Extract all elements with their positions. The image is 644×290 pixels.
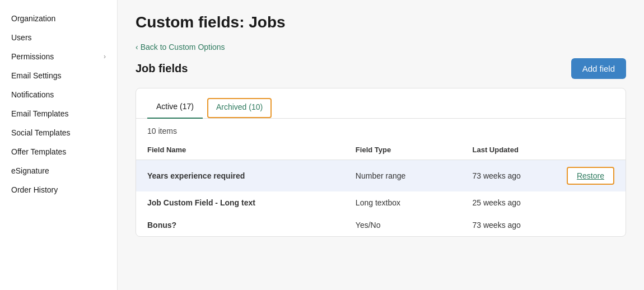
cell-field-type: Number range	[344, 160, 461, 192]
cell-action	[556, 214, 626, 236]
items-count: 10 items	[136, 119, 626, 140]
sidebar-item-label: Users	[11, 33, 32, 42]
table-body: Years experience required Number range 7…	[136, 160, 626, 237]
col-header-field-type: Field Type	[344, 140, 461, 160]
sidebar-item-label: Email Settings	[11, 71, 61, 80]
sidebar-item-label: Permissions	[11, 52, 54, 61]
tab-archived[interactable]: Archived (10)	[207, 98, 272, 118]
sidebar-item-label: Email Templates	[11, 109, 68, 118]
cell-action	[556, 191, 626, 214]
fields-table: Field Name Field Type Last Updated Years…	[136, 140, 626, 236]
sidebar-item-users[interactable]: Users	[0, 28, 117, 47]
main-content: Custom fields: Jobs ‹ Back to Custom Opt…	[118, 0, 644, 290]
page-title: Custom fields: Jobs	[136, 13, 626, 31]
tab-active[interactable]: Active (17)	[147, 97, 203, 119]
sidebar-item-notifications[interactable]: Notifications	[0, 85, 117, 104]
chevron-left-icon: ‹	[136, 43, 138, 52]
sidebar-item-label: Offer Templates	[11, 147, 66, 156]
col-header-action	[556, 140, 626, 160]
cell-field-type: Yes/No	[344, 214, 461, 236]
col-header-field-name: Field Name	[136, 140, 344, 160]
chevron-right-icon: ›	[104, 53, 106, 60]
cell-field-type: Long textbox	[344, 191, 461, 214]
cell-last-updated: 73 weeks ago	[461, 214, 555, 236]
add-field-button[interactable]: Add field	[571, 58, 626, 79]
sidebar-item-label: Notifications	[11, 90, 54, 99]
sidebar-item-esignature[interactable]: eSignature	[0, 161, 117, 180]
back-link[interactable]: ‹ Back to Custom Options	[136, 43, 225, 52]
sidebar-item-label: eSignature	[11, 166, 49, 175]
restore-button[interactable]: Restore	[567, 167, 614, 185]
cell-field-name: Years experience required	[136, 160, 344, 192]
table-row: Bonus? Yes/No 73 weeks ago	[136, 214, 626, 236]
cell-field-name: Bonus?	[136, 214, 344, 236]
tabs-row: Active (17) Archived (10)	[136, 88, 626, 119]
section-header: Job fields Add field	[136, 58, 626, 79]
content-card: Active (17) Archived (10) 10 items Field…	[136, 88, 626, 237]
section-title: Job fields	[136, 62, 188, 75]
col-header-last-updated: Last Updated	[461, 140, 555, 160]
sidebar-item-order-history[interactable]: Order History	[0, 180, 117, 199]
sidebar: Organization Users Permissions › Email S…	[0, 0, 118, 290]
cell-last-updated: 25 weeks ago	[461, 191, 555, 214]
sidebar-item-offer-templates[interactable]: Offer Templates	[0, 142, 117, 161]
table-row: Job Custom Field - Long text Long textbo…	[136, 191, 626, 214]
table-row: Years experience required Number range 7…	[136, 160, 626, 192]
sidebar-item-social-templates[interactable]: Social Templates	[0, 123, 117, 142]
cell-last-updated: 73 weeks ago	[461, 160, 555, 192]
sidebar-item-label: Social Templates	[11, 128, 71, 137]
sidebar-item-email-settings[interactable]: Email Settings	[0, 66, 117, 85]
sidebar-item-label: Order History	[11, 185, 58, 194]
sidebar-item-email-templates[interactable]: Email Templates	[0, 104, 117, 123]
cell-field-name: Job Custom Field - Long text	[136, 191, 344, 214]
cell-action: Restore	[556, 160, 626, 192]
table-header: Field Name Field Type Last Updated	[136, 140, 626, 160]
sidebar-item-organization[interactable]: Organization	[0, 9, 117, 28]
sidebar-item-label: Organization	[11, 14, 55, 23]
sidebar-item-permissions[interactable]: Permissions ›	[0, 47, 117, 66]
